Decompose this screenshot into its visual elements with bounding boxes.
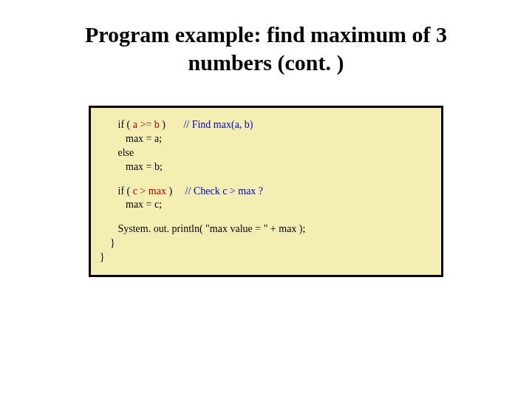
blank-line-2 — [100, 212, 432, 222]
code-line-1: if ( a >= b ) // Find max(a, b) — [100, 118, 432, 132]
slide-title: Program example: find maximum of 3 numbe… — [44, 21, 488, 76]
title-line-1: Program example: find maximum of 3 — [85, 22, 447, 47]
condition-1: a >= b — [133, 119, 160, 130]
code-line-5: if ( c > max ) // Check c > max ? — [100, 185, 432, 199]
title-line-2: numbers (cont. ) — [188, 50, 344, 75]
condition-2: c > max — [133, 185, 166, 197]
blank-line-1 — [100, 174, 432, 185]
comment-2: // Check c > max ? — [185, 185, 263, 197]
code-line-6: max = c; — [100, 198, 432, 212]
code-line-8: } — [100, 236, 432, 250]
code-line-7: System. out. println( "max value = " + m… — [100, 222, 432, 236]
slide: Program example: find maximum of 3 numbe… — [0, 0, 532, 399]
code-box: if ( a >= b ) // Find max(a, b) max = a;… — [91, 108, 441, 275]
code-line-4: max = b; — [100, 160, 432, 174]
code-frame: if ( a >= b ) // Find max(a, b) max = a;… — [89, 106, 443, 277]
code-line-3: else — [100, 146, 432, 160]
code-line-2: max = a; — [100, 132, 432, 146]
code-line-9: } — [100, 250, 432, 265]
comment-1: // Find max(a, b) — [183, 119, 253, 130]
